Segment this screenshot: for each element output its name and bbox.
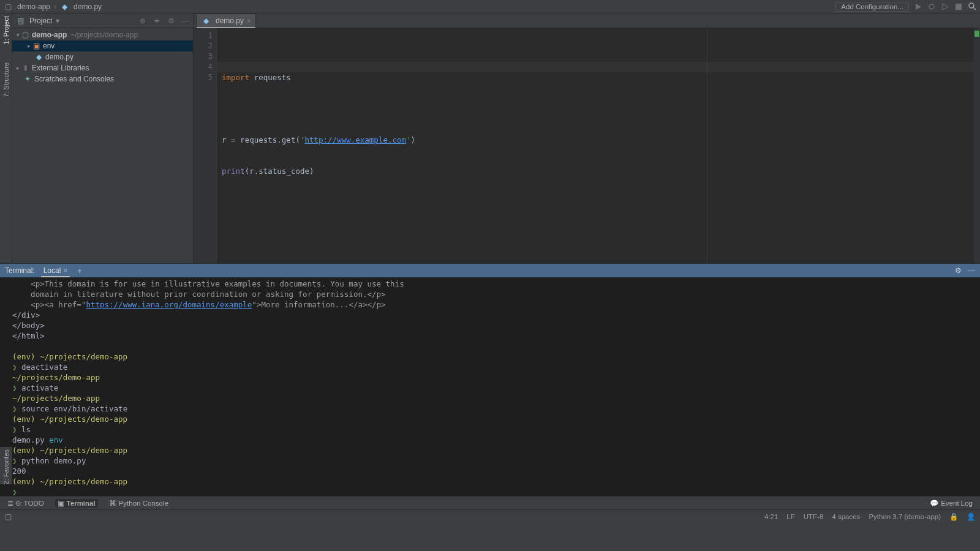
current-line-highlight xyxy=(217,62,974,72)
editor-tab-label: demo.py xyxy=(216,17,244,25)
project-panel-title[interactable]: Project xyxy=(29,17,52,25)
status-encoding[interactable]: UTF-8 xyxy=(804,513,824,520)
svg-line-3 xyxy=(973,7,976,10)
terminal-tab-local[interactable]: Local × xyxy=(41,266,70,275)
analysis-ok-icon xyxy=(974,31,979,37)
tree-root-path: ~/projects/demo-app xyxy=(70,29,138,40)
tool-favorites-tab[interactable]: 2: Favorites xyxy=(2,449,10,484)
python-file-icon: ◆ xyxy=(34,53,43,61)
expand-all-icon[interactable]: ≑ xyxy=(153,17,161,25)
line-number: 2 xyxy=(194,41,213,51)
gutter: 1 2 3 4 5 xyxy=(194,28,217,263)
navigation-bar: ▢ demo-app › ◆ demo.py Add Configuration… xyxy=(0,0,980,13)
svg-rect-1 xyxy=(956,4,962,10)
gear-icon[interactable]: ⚙ xyxy=(955,266,962,275)
status-bar: ▢ 4:21 LF UTF-8 4 spaces Python 3.7 (dem… xyxy=(0,509,980,523)
library-icon: ⫴ xyxy=(21,64,29,72)
terminal-panel: Terminal: Local × ＋ ⚙ — <p>This domain i… xyxy=(0,263,980,496)
code-token: r = requests.get( xyxy=(222,135,300,144)
todo-icon: ≣ xyxy=(7,499,13,508)
project-tree: ▾ ▢ demo-app ~/projects/demo-app ▸ ▣ env… xyxy=(12,28,193,263)
tool-event-log[interactable]: 💬Event Log xyxy=(927,499,975,508)
tool-project-tab[interactable]: 1: Project xyxy=(2,16,10,44)
scratch-icon: ✦ xyxy=(23,75,32,83)
folder-icon: ▢ xyxy=(21,31,29,39)
status-position[interactable]: 4:21 xyxy=(764,513,778,520)
python-icon: ⌘ xyxy=(109,499,116,508)
add-configuration-button[interactable]: Add Configuration... xyxy=(835,2,909,12)
code-token: ) xyxy=(411,135,416,144)
close-icon[interactable]: × xyxy=(247,17,251,24)
gear-icon[interactable]: ⚙ xyxy=(167,17,175,25)
code-token: ) xyxy=(309,167,314,176)
project-view-icon: ▤ xyxy=(16,17,24,25)
locate-icon[interactable]: ⊕ xyxy=(138,17,147,25)
run-with-coverage-icon[interactable] xyxy=(941,2,949,11)
status-indent[interactable]: 4 spaces xyxy=(832,513,860,520)
terminal-header: Terminal: Local × ＋ ⚙ — xyxy=(0,264,980,277)
line-number: 1 xyxy=(194,31,213,41)
tool-label: Event Log xyxy=(941,500,973,507)
status-eol[interactable]: LF xyxy=(786,513,794,520)
code-token: print xyxy=(222,167,245,176)
tree-item-scratch[interactable]: ✦ Scratches and Consoles xyxy=(12,73,193,84)
editor-tab-demo[interactable]: ◆ demo.py × xyxy=(196,13,256,28)
svg-point-0 xyxy=(929,4,934,9)
code-token: import xyxy=(222,73,249,82)
tree-item-label: External Libraries xyxy=(32,62,89,73)
code-token: http://www.example.com xyxy=(304,135,406,144)
debug-icon[interactable] xyxy=(927,2,936,11)
hector-icon[interactable]: 👤 xyxy=(967,512,975,521)
new-terminal-button[interactable]: ＋ xyxy=(76,266,83,276)
editor-area: ◆ demo.py × 1 2 3 4 5 import requests r … xyxy=(194,13,980,263)
tool-python-console[interactable]: ⌘Python Console xyxy=(107,499,171,508)
tree-item-external[interactable]: ▸ ⫴ External Libraries xyxy=(12,62,193,73)
tree-root-name: demo-app xyxy=(32,29,67,40)
terminal-label: Terminal: xyxy=(5,266,35,275)
terminal-icon: ▣ xyxy=(58,499,64,508)
left-tool-strip-bottom: 2: Favorites xyxy=(0,447,12,484)
breadcrumb-file[interactable]: demo.py xyxy=(74,2,102,11)
bottom-tool-tabs: ≣6: TODO ▣Terminal ⌘Python Console 💬Even… xyxy=(0,496,980,509)
tree-root[interactable]: ▾ ▢ demo-app ~/projects/demo-app xyxy=(12,29,193,40)
tool-window-quick-access-icon[interactable]: ▢ xyxy=(5,512,12,521)
tool-structure-tab[interactable]: 7: Structure xyxy=(2,62,10,97)
project-panel: ▤ Project ▾ ⊕ ≑ ⚙ — ▾ ▢ demo-app ~/proje… xyxy=(12,13,194,263)
minimize-icon[interactable]: — xyxy=(181,17,189,25)
run-icon[interactable] xyxy=(914,2,922,11)
tool-label: Python Console xyxy=(119,500,168,507)
speech-icon: 💬 xyxy=(930,499,938,508)
tool-terminal[interactable]: ▣Terminal xyxy=(55,499,98,508)
tree-item-label: Scratches and Consoles xyxy=(34,73,114,84)
breadcrumb-project[interactable]: demo-app xyxy=(17,2,50,11)
folder-icon: ▢ xyxy=(4,2,12,11)
line-number: 5 xyxy=(194,72,213,83)
svg-point-2 xyxy=(969,3,974,8)
tree-item-label: env xyxy=(43,40,55,51)
left-tool-strip: 1: Project 7: Structure xyxy=(0,13,12,263)
editor-tabs: ◆ demo.py × xyxy=(194,13,980,28)
close-icon[interactable]: × xyxy=(63,266,67,275)
search-icon[interactable] xyxy=(968,2,976,11)
line-number: 3 xyxy=(194,51,213,62)
tree-item-demo[interactable]: ◆ demo.py xyxy=(12,51,193,62)
error-stripe[interactable] xyxy=(974,28,980,263)
tool-label: 6: TODO xyxy=(16,500,44,507)
python-file-icon: ◆ xyxy=(202,17,210,25)
code-body[interactable]: import requests r = requests.get('http:/… xyxy=(217,28,974,263)
line-number: 4 xyxy=(194,62,213,72)
breadcrumb[interactable]: ▢ demo-app › ◆ demo.py xyxy=(4,2,102,11)
chevron-down-icon[interactable]: ▾ xyxy=(56,17,59,25)
status-interpreter[interactable]: Python 3.7 (demo-app) xyxy=(869,513,941,520)
stop-icon[interactable] xyxy=(954,2,963,11)
tree-item-env[interactable]: ▸ ▣ env xyxy=(12,40,193,51)
print-margin xyxy=(707,28,707,263)
chevron-down-icon: ▾ xyxy=(15,29,21,40)
chevron-right-icon: ▸ xyxy=(26,40,32,51)
minimize-icon[interactable]: — xyxy=(968,266,975,275)
python-file-icon: ◆ xyxy=(60,2,69,11)
lock-icon[interactable]: 🔒 xyxy=(949,512,958,521)
code-editor[interactable]: 1 2 3 4 5 import requests r = requests.g… xyxy=(194,28,980,263)
terminal-output[interactable]: <p>This domain is for use in illustrativ… xyxy=(0,277,980,496)
tool-todo[interactable]: ≣6: TODO xyxy=(5,499,47,508)
